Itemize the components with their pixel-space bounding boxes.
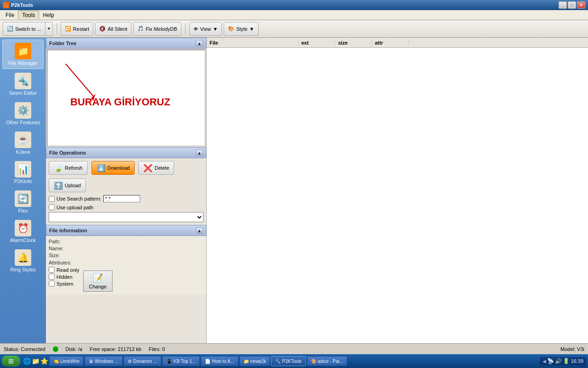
- taskbar-howto[interactable]: 📄 How to A...: [201, 356, 238, 366]
- right-panel: File ext size attr: [207, 38, 588, 343]
- taskbar-donanim[interactable]: ⚙ Donanım ...: [124, 356, 161, 366]
- refresh-button[interactable]: 🍃 Refresh: [49, 161, 88, 175]
- readonly-label: Read only: [57, 267, 79, 273]
- sidebar-item-kjava[interactable]: ☕ KJava: [2, 129, 44, 157]
- switch-icon: 🔄: [7, 26, 13, 32]
- file-operations-title: File Operations: [49, 150, 86, 155]
- howto-icon: 📄: [205, 359, 210, 364]
- change-button[interactable]: 📝 Change: [83, 270, 113, 292]
- view-button[interactable]: 👁 View ▼: [189, 22, 222, 36]
- file-list-area[interactable]: [207, 48, 588, 343]
- upload-path-select[interactable]: [49, 212, 204, 222]
- maximize-button[interactable]: □: [568, 1, 576, 9]
- sidebar-item-other-features[interactable]: ⚙️ Other Features: [2, 99, 44, 128]
- quick-launch-3[interactable]: ⭐: [40, 357, 48, 365]
- attrs-checkboxes: Read only Hidden System: [49, 267, 79, 287]
- taskbar-clock: 16:39: [571, 358, 583, 364]
- use-search-pattern-checkbox[interactable]: [49, 196, 55, 202]
- refresh-label: Refresh: [65, 165, 83, 171]
- readonly-checkbox[interactable]: [49, 267, 55, 273]
- style-button[interactable]: 🎨 Style ▼: [224, 22, 258, 36]
- delete-label: Delete: [154, 165, 169, 171]
- fix-melody-db-button[interactable]: 🎵 Fix MelodyDB: [133, 22, 181, 36]
- v3i-icon: 📱: [166, 359, 172, 364]
- file-manager-icon: 📁: [15, 43, 31, 59]
- sidebar-item-file-manager[interactable]: 📁 File Manager: [2, 40, 44, 69]
- file-information-collapse[interactable]: ▲: [196, 227, 203, 234]
- menu-file[interactable]: File: [2, 11, 18, 19]
- app-icon: 🔧: [3, 2, 9, 8]
- taskbar-newp2k[interactable]: 📁 newp2k: [239, 356, 270, 366]
- menu-tools[interactable]: Tools: [18, 11, 39, 19]
- restart-icon: 🔁: [65, 26, 71, 32]
- use-upload-path-checkbox[interactable]: [49, 204, 55, 210]
- system-checkbox[interactable]: [49, 281, 55, 287]
- taskbar-limewire[interactable]: 🍋 LimeWire: [49, 356, 84, 366]
- tray-arrow[interactable]: ◀: [543, 359, 546, 364]
- search-pattern-row: Use Search pattern:: [49, 195, 204, 202]
- sidebar-item-seem-editor[interactable]: 🔩 Seem Editor: [2, 70, 44, 98]
- minimize-button[interactable]: _: [559, 1, 567, 9]
- switch-to-button[interactable]: 🔄 Switch to ... ▼: [3, 22, 53, 36]
- folder-tree[interactable]: BURAYA GİRİYORUZ: [47, 50, 205, 146]
- file-operations-collapse[interactable]: ▲: [196, 150, 203, 156]
- p2ktools-label: P2KTools: [282, 359, 301, 364]
- view-icon: 👁: [193, 26, 198, 32]
- quick-launch-2[interactable]: 📁: [32, 357, 40, 365]
- hidden-row: Hidden: [49, 274, 79, 280]
- sidebar-item-alarmclock[interactable]: ⏰ AlarmClock: [2, 217, 44, 246]
- close-button[interactable]: ✕: [577, 1, 585, 9]
- folder-tree-collapse[interactable]: ▲: [196, 40, 203, 46]
- window-title: P2kTools: [11, 2, 33, 8]
- download-label: Download: [107, 165, 130, 171]
- change-label: Change: [89, 284, 107, 289]
- sidebar-item-ring-styles[interactable]: 🔔 Ring Styles: [2, 247, 44, 275]
- size-label: Size:: [49, 253, 60, 258]
- flex-label: Flex: [18, 208, 28, 213]
- p2kinfo-icon: 📊: [15, 161, 31, 178]
- taskbar-p2ktools[interactable]: 🔧 P2KTools: [271, 356, 305, 366]
- attributes-label: Attributes:: [49, 260, 72, 265]
- upload-button[interactable]: ⬆️ Upload: [49, 178, 86, 192]
- taskbar-paint[interactable]: 🎨 adsız - Pai...: [307, 356, 348, 366]
- name-field: Name:: [49, 246, 204, 251]
- switch-to-label: Switch to ...: [15, 26, 41, 32]
- taskbar-v3i[interactable]: 📱 V3i Top 1...: [162, 356, 200, 366]
- taskbar-windows[interactable]: 🖥 Windows ...: [85, 356, 123, 366]
- quick-launch-1[interactable]: 🌐: [23, 357, 31, 365]
- readonly-row: Read only: [49, 267, 79, 273]
- view-arrow: ▼: [213, 26, 218, 32]
- restart-button[interactable]: 🔁 Restart: [61, 22, 93, 36]
- all-silent-icon: 🔇: [99, 26, 106, 32]
- download-button[interactable]: ⬇️ Download: [91, 161, 135, 175]
- title-bar-left: 🔧 P2kTools: [3, 2, 33, 8]
- use-upload-path-label: Use upload path: [57, 205, 93, 210]
- hidden-checkbox[interactable]: [49, 274, 55, 280]
- menu-help[interactable]: Help: [39, 11, 58, 19]
- kjava-icon: ☕: [15, 132, 31, 148]
- file-operations-content: 🍃 Refresh ⬇️ Download ❌ Delete ⬆️ Upload: [46, 158, 206, 225]
- donanim-label: Donanım ...: [133, 359, 157, 364]
- taskbar: ⊞ 🌐 📁 ⭐ 🍋 LimeWire 🖥 Windows ... ⚙ Donan…: [0, 354, 588, 368]
- sidebar-item-p2kinfo[interactable]: 📊 P2KInfo: [2, 158, 44, 187]
- view-label: View: [200, 26, 211, 32]
- paint-icon: 🎨: [311, 359, 317, 364]
- separator-2: [185, 23, 186, 34]
- disk-label: Disk: /a: [66, 346, 83, 352]
- all-silent-button[interactable]: 🔇 All Silent: [95, 22, 131, 36]
- other-features-label: Other Features: [6, 120, 40, 125]
- start-button[interactable]: ⊞: [2, 356, 20, 367]
- file-information-section: File information ▲ Path: Name: Size: Att…: [46, 225, 206, 294]
- all-silent-label: All Silent: [107, 26, 127, 32]
- model-label: Model: V3i: [560, 346, 584, 352]
- switch-dropdown-arrow[interactable]: ▼: [45, 23, 52, 35]
- windows-label: Windows ...: [95, 359, 119, 364]
- delete-icon: ❌: [143, 164, 153, 172]
- delete-button[interactable]: ❌ Delete: [138, 161, 174, 175]
- p2kinfo-label: P2KInfo: [14, 178, 32, 184]
- size-field: Size:: [49, 253, 204, 258]
- tray-battery-icon: 🔋: [563, 358, 570, 364]
- sidebar-item-flex[interactable]: 🔄 Flex: [2, 188, 44, 216]
- svg-line-0: [66, 64, 93, 96]
- search-pattern-input[interactable]: [103, 195, 140, 202]
